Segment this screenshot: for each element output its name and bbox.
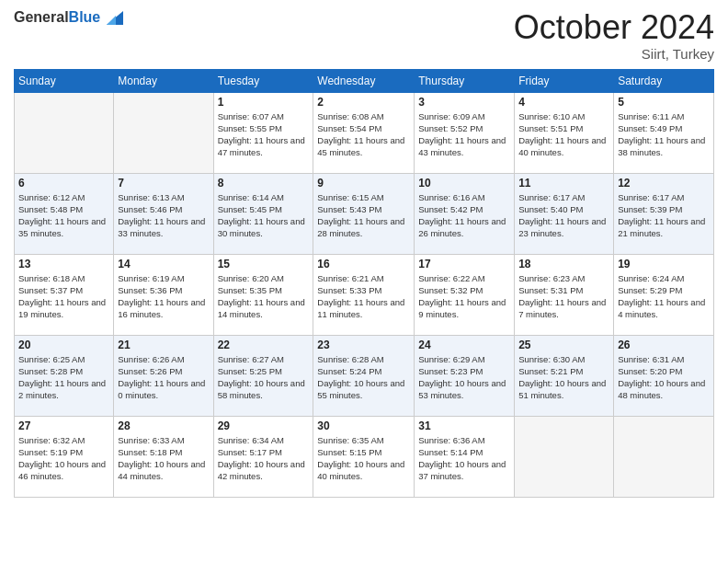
col-saturday: Saturday xyxy=(614,69,714,92)
logo-general: General xyxy=(14,9,69,25)
day-number: 17 xyxy=(418,258,510,270)
day-info: Sunrise: 6:13 AMSunset: 5:46 PMDaylight:… xyxy=(118,191,209,240)
day-number: 26 xyxy=(618,339,710,351)
table-row: 20Sunrise: 6:25 AMSunset: 5:28 PMDayligh… xyxy=(15,335,114,416)
table-row xyxy=(114,92,213,173)
table-row: 9Sunrise: 6:15 AMSunset: 5:43 PMDaylight… xyxy=(313,173,415,254)
table-row: 17Sunrise: 6:22 AMSunset: 5:32 PMDayligh… xyxy=(415,254,515,335)
svg-marker-1 xyxy=(107,16,116,25)
calendar-week-row: 27Sunrise: 6:32 AMSunset: 5:19 PMDayligh… xyxy=(15,416,714,497)
table-row: 23Sunrise: 6:28 AMSunset: 5:24 PMDayligh… xyxy=(313,335,415,416)
day-number: 13 xyxy=(18,258,109,270)
logo-blue: Blue xyxy=(69,9,101,25)
col-friday: Friday xyxy=(515,69,614,92)
day-info: Sunrise: 6:18 AMSunset: 5:37 PMDaylight:… xyxy=(18,272,109,321)
table-row: 15Sunrise: 6:20 AMSunset: 5:35 PMDayligh… xyxy=(213,254,313,335)
day-number: 19 xyxy=(618,258,710,270)
day-info: Sunrise: 6:24 AMSunset: 5:29 PMDaylight:… xyxy=(618,272,710,321)
day-info: Sunrise: 6:19 AMSunset: 5:36 PMDaylight:… xyxy=(118,272,209,321)
day-info: Sunrise: 6:10 AMSunset: 5:51 PMDaylight:… xyxy=(518,110,609,159)
day-info: Sunrise: 6:20 AMSunset: 5:35 PMDaylight:… xyxy=(218,272,310,321)
day-info: Sunrise: 6:11 AMSunset: 5:49 PMDaylight:… xyxy=(618,110,710,159)
table-row: 19Sunrise: 6:24 AMSunset: 5:29 PMDayligh… xyxy=(614,254,714,335)
table-row: 28Sunrise: 6:33 AMSunset: 5:18 PMDayligh… xyxy=(114,416,213,497)
calendar-header-row: Sunday Monday Tuesday Wednesday Thursday… xyxy=(15,69,714,92)
day-info: Sunrise: 6:12 AMSunset: 5:48 PMDaylight:… xyxy=(18,191,109,240)
table-row: 3Sunrise: 6:09 AMSunset: 5:52 PMDaylight… xyxy=(415,92,515,173)
location-subtitle: Siirt, Turkey xyxy=(514,46,714,62)
day-info: Sunrise: 6:15 AMSunset: 5:43 PMDaylight:… xyxy=(317,191,410,240)
table-row: 7Sunrise: 6:13 AMSunset: 5:46 PMDaylight… xyxy=(114,173,213,254)
table-row: 1Sunrise: 6:07 AMSunset: 5:55 PMDaylight… xyxy=(213,92,313,173)
calendar-week-row: 1Sunrise: 6:07 AMSunset: 5:55 PMDaylight… xyxy=(15,92,714,173)
day-info: Sunrise: 6:23 AMSunset: 5:31 PMDaylight:… xyxy=(518,272,609,321)
day-number: 2 xyxy=(317,96,410,109)
table-row xyxy=(614,416,714,497)
month-year-title: October 2024 xyxy=(514,9,714,46)
table-row: 31Sunrise: 6:36 AMSunset: 5:14 PMDayligh… xyxy=(415,416,515,497)
logo-icon xyxy=(107,11,123,25)
table-row: 24Sunrise: 6:29 AMSunset: 5:23 PMDayligh… xyxy=(415,335,515,416)
table-row: 10Sunrise: 6:16 AMSunset: 5:42 PMDayligh… xyxy=(415,173,515,254)
day-info: Sunrise: 6:17 AMSunset: 5:39 PMDaylight:… xyxy=(618,191,710,240)
day-info: Sunrise: 6:29 AMSunset: 5:23 PMDaylight:… xyxy=(418,353,510,402)
col-tuesday: Tuesday xyxy=(213,69,313,92)
table-row: 12Sunrise: 6:17 AMSunset: 5:39 PMDayligh… xyxy=(614,173,714,254)
day-number: 3 xyxy=(418,96,510,109)
table-row xyxy=(15,92,114,173)
day-number: 11 xyxy=(518,177,609,190)
day-number: 22 xyxy=(218,339,310,351)
day-info: Sunrise: 6:35 AMSunset: 5:15 PMDaylight:… xyxy=(317,434,410,483)
table-row: 11Sunrise: 6:17 AMSunset: 5:40 PMDayligh… xyxy=(515,173,614,254)
day-number: 29 xyxy=(218,419,310,432)
title-section: October 2024 Siirt, Turkey xyxy=(514,9,714,62)
day-info: Sunrise: 6:14 AMSunset: 5:45 PMDaylight:… xyxy=(218,191,310,240)
day-number: 6 xyxy=(18,177,109,190)
table-row: 22Sunrise: 6:27 AMSunset: 5:25 PMDayligh… xyxy=(213,335,313,416)
day-number: 28 xyxy=(118,419,209,432)
table-row: 13Sunrise: 6:18 AMSunset: 5:37 PMDayligh… xyxy=(15,254,114,335)
day-number: 9 xyxy=(317,177,410,190)
day-number: 21 xyxy=(118,339,209,351)
day-number: 16 xyxy=(317,258,410,270)
table-row: 26Sunrise: 6:31 AMSunset: 5:20 PMDayligh… xyxy=(614,335,714,416)
calendar-week-row: 6Sunrise: 6:12 AMSunset: 5:48 PMDaylight… xyxy=(15,173,714,254)
day-number: 1 xyxy=(218,96,310,109)
table-row: 27Sunrise: 6:32 AMSunset: 5:19 PMDayligh… xyxy=(15,416,114,497)
day-info: Sunrise: 6:22 AMSunset: 5:32 PMDaylight:… xyxy=(418,272,510,321)
table-row: 25Sunrise: 6:30 AMSunset: 5:21 PMDayligh… xyxy=(515,335,614,416)
day-info: Sunrise: 6:08 AMSunset: 5:54 PMDaylight:… xyxy=(317,110,410,159)
day-number: 27 xyxy=(18,419,109,432)
day-number: 25 xyxy=(518,339,609,351)
day-info: Sunrise: 6:31 AMSunset: 5:20 PMDaylight:… xyxy=(618,353,710,402)
day-info: Sunrise: 6:34 AMSunset: 5:17 PMDaylight:… xyxy=(218,434,310,483)
col-thursday: Thursday xyxy=(415,69,515,92)
day-info: Sunrise: 6:16 AMSunset: 5:42 PMDaylight:… xyxy=(418,191,510,240)
col-wednesday: Wednesday xyxy=(313,69,415,92)
day-number: 23 xyxy=(317,339,410,351)
day-info: Sunrise: 6:26 AMSunset: 5:26 PMDaylight:… xyxy=(118,353,209,402)
table-row: 21Sunrise: 6:26 AMSunset: 5:26 PMDayligh… xyxy=(114,335,213,416)
table-row: 4Sunrise: 6:10 AMSunset: 5:51 PMDaylight… xyxy=(515,92,614,173)
calendar-table: Sunday Monday Tuesday Wednesday Thursday… xyxy=(14,69,714,498)
day-number: 31 xyxy=(418,419,510,432)
day-info: Sunrise: 6:25 AMSunset: 5:28 PMDaylight:… xyxy=(18,353,109,402)
day-info: Sunrise: 6:27 AMSunset: 5:25 PMDaylight:… xyxy=(218,353,310,402)
table-row: 8Sunrise: 6:14 AMSunset: 5:45 PMDaylight… xyxy=(213,173,313,254)
day-info: Sunrise: 6:33 AMSunset: 5:18 PMDaylight:… xyxy=(118,434,209,483)
table-row: 14Sunrise: 6:19 AMSunset: 5:36 PMDayligh… xyxy=(114,254,213,335)
day-info: Sunrise: 6:28 AMSunset: 5:24 PMDaylight:… xyxy=(317,353,410,402)
day-info: Sunrise: 6:09 AMSunset: 5:52 PMDaylight:… xyxy=(418,110,510,159)
table-row: 2Sunrise: 6:08 AMSunset: 5:54 PMDaylight… xyxy=(313,92,415,173)
day-info: Sunrise: 6:32 AMSunset: 5:19 PMDaylight:… xyxy=(18,434,109,483)
table-row xyxy=(515,416,614,497)
table-row: 6Sunrise: 6:12 AMSunset: 5:48 PMDaylight… xyxy=(15,173,114,254)
day-number: 24 xyxy=(418,339,510,351)
calendar-week-row: 13Sunrise: 6:18 AMSunset: 5:37 PMDayligh… xyxy=(15,254,714,335)
table-row: 18Sunrise: 6:23 AMSunset: 5:31 PMDayligh… xyxy=(515,254,614,335)
logo: GeneralBlue xyxy=(14,9,123,26)
day-info: Sunrise: 6:17 AMSunset: 5:40 PMDaylight:… xyxy=(518,191,609,240)
day-number: 14 xyxy=(118,258,209,270)
header: GeneralBlue October 2024 Siirt, Turkey xyxy=(14,9,714,62)
day-number: 30 xyxy=(317,419,410,432)
